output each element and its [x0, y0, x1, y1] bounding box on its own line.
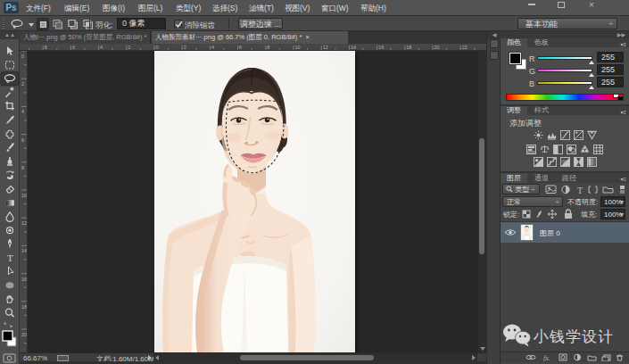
- svg-text:T: T: [7, 252, 13, 263]
- svg-text:8: 8: [267, 45, 269, 50]
- svg-text:14: 14: [21, 248, 27, 253]
- svg-text:6: 6: [239, 45, 242, 50]
- svg-text:4: 4: [21, 109, 24, 114]
- svg-text:4: 4: [100, 45, 103, 50]
- svg-text:4: 4: [211, 45, 214, 50]
- svg-text:2: 2: [128, 45, 130, 50]
- svg-text:12: 12: [21, 220, 27, 226]
- svg-text:16: 16: [378, 45, 384, 50]
- svg-text:10: 10: [295, 45, 301, 50]
- svg-text:14: 14: [351, 45, 356, 50]
- svg-text:0: 0: [156, 45, 159, 50]
- svg-text:10: 10: [21, 193, 27, 198]
- svg-text:8: 8: [21, 165, 24, 170]
- svg-text:12: 12: [323, 45, 328, 50]
- svg-text:20: 20: [21, 332, 27, 337]
- svg-text:2: 2: [21, 81, 24, 87]
- svg-text:18: 18: [406, 45, 411, 50]
- svg-text:22: 22: [462, 45, 468, 50]
- svg-text:0: 0: [21, 54, 24, 59]
- svg-text:T: T: [577, 186, 583, 195]
- svg-text:18: 18: [21, 304, 27, 310]
- svg-text:16: 16: [21, 277, 27, 282]
- svg-text:fx.: fx.: [543, 354, 550, 362]
- svg-text:20: 20: [435, 45, 440, 50]
- svg-text:2: 2: [184, 45, 186, 50]
- svg-text:6: 6: [72, 45, 75, 50]
- svg-text:6: 6: [21, 137, 24, 143]
- svg-text:8: 8: [45, 45, 47, 50]
